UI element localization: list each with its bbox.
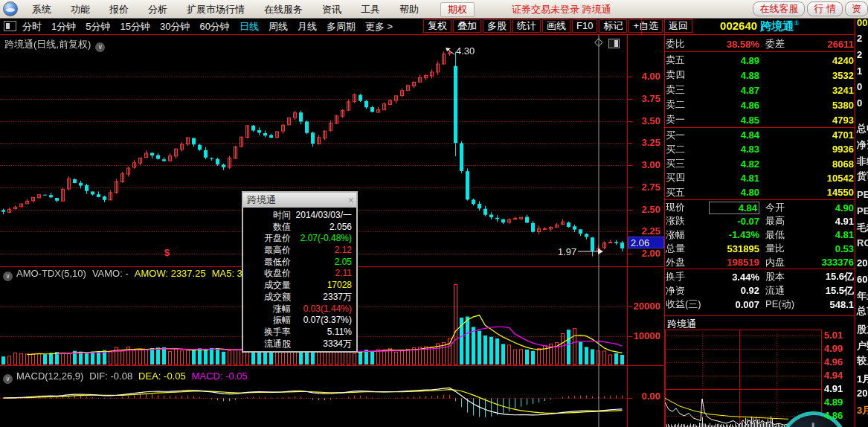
- ask-row-4[interactable]: 卖四4.883532: [666, 68, 854, 83]
- detail-row-总量[interactable]: 总量531895量比0.53: [666, 242, 854, 255]
- topbar-button-在线客服[interactable]: 在线客服: [753, 1, 805, 16]
- ask-row-2[interactable]: 卖二4.865380: [666, 97, 854, 112]
- strip-text: PE: [857, 205, 868, 216]
- quote-value: 333376: [797, 257, 854, 268]
- period-tab-多周期[interactable]: 多周期: [327, 19, 356, 34]
- action-button-复权[interactable]: 复权: [423, 19, 451, 33]
- amo-indicator-header[interactable]: ∨AMO-TDX(5,10)VAMO: -AMOW: 2337.25MA5: 3…: [3, 268, 272, 281]
- tooltip-body: 时间2014/03/03/一数值2.056开盘价2.07(-0.48%)最高价2…: [243, 208, 356, 351]
- quote-label: 股本: [765, 270, 797, 283]
- bid-volume: 4701: [759, 129, 854, 141]
- detail-row-净资[interactable]: 净资0.92流通15.5亿: [666, 284, 854, 298]
- menu-item-工具[interactable]: 工具: [351, 1, 390, 19]
- menu-item-系统[interactable]: 系统: [22, 1, 61, 19]
- close-icon[interactable]: ×: [348, 193, 354, 208]
- ask-row-5[interactable]: 卖五4.894240: [666, 53, 854, 68]
- action-button-标记[interactable]: 标记: [599, 19, 627, 33]
- mini-intraday-canvas[interactable]: [665, 330, 822, 427]
- period-tab-60分钟[interactable]: 60分钟: [199, 19, 229, 34]
- bid-row-4[interactable]: 买四4.8110542: [666, 171, 854, 185]
- bid-price: 4.82: [709, 158, 759, 170]
- period-tab-15分钟[interactable]: 15分钟: [120, 19, 150, 34]
- last-price-badge: 2.06: [628, 237, 664, 248]
- collapse-icon[interactable]: ∨: [3, 272, 13, 281]
- menu-bar: 系统功能报价分析扩展市场行情在线服务资讯工具帮助期权 证券交易未登录 跨境通 在…: [0, 0, 868, 19]
- tooltip-value: 2014/03/03/一: [291, 210, 356, 222]
- menu-item-报价[interactable]: 报价: [100, 1, 138, 19]
- action-button-多股[interactable]: 多股: [483, 19, 511, 33]
- quote-label: 外盘: [666, 256, 709, 269]
- quote-value: 4.84: [709, 202, 759, 214]
- detail-row-收益(三)[interactable]: 收益(三)0.007PE(动)548.1: [666, 298, 854, 311]
- quote-value: 0.53: [797, 243, 854, 254]
- period-tab-1分钟[interactable]: 1分钟: [51, 19, 76, 34]
- detail-row-现价[interactable]: 现价4.84今开4.90: [666, 201, 854, 214]
- ask-label: 卖一: [666, 113, 709, 126]
- tooltip-value: 17028: [291, 280, 356, 292]
- mini-axis-label: 4.94: [824, 370, 854, 381]
- bid-row-3[interactable]: 买三4.828068: [666, 157, 854, 171]
- menu-item-option[interactable]: 期权: [440, 2, 475, 17]
- mini-axis-label: 4.86: [824, 410, 854, 421]
- period-tab-分时[interactable]: 分时: [22, 19, 42, 34]
- action-button-画线[interactable]: 画线: [542, 19, 570, 33]
- detail-row-涨幅[interactable]: 涨幅-1.43%最低4.81: [666, 228, 854, 242]
- bid-row-5[interactable]: 买五4.8014550: [666, 185, 854, 199]
- menu-item-资讯[interactable]: 资讯: [312, 1, 351, 19]
- tooltip-row: 涨幅0.03(1.44%): [243, 304, 356, 315]
- period-tab-5分钟[interactable]: 5分钟: [86, 19, 110, 34]
- quote-label: 内盘: [765, 256, 797, 269]
- collapse-icon[interactable]: ∨: [95, 42, 105, 52]
- menu-item-帮助[interactable]: 帮助: [390, 1, 428, 19]
- app-logo-icon[interactable]: [3, 1, 18, 16]
- layout-icon[interactable]: [4, 21, 16, 31]
- action-button-统计[interactable]: 统计: [512, 19, 541, 33]
- quote-label: 委差: [765, 37, 797, 51]
- tooltip-value: 0.07(3.37%): [291, 315, 356, 327]
- action-button-F10[interactable]: F10: [572, 19, 597, 33]
- strip-text: 1: [857, 65, 862, 77]
- price-axis-label: 2.25: [629, 225, 660, 237]
- menu-item-扩展市场行情[interactable]: 扩展市场行情: [177, 1, 254, 19]
- menu-items: 系统功能报价分析扩展市场行情在线服务资讯工具帮助期权: [22, 0, 475, 19]
- bid-volume: 8068: [759, 158, 854, 170]
- weibi-row[interactable]: 委比38.58%委差26611: [666, 36, 854, 51]
- quote-value: 15.6亿: [797, 270, 854, 283]
- divider: [641, 19, 642, 34]
- tooltip-label: 换手率: [243, 327, 291, 338]
- quote-label: 今开: [765, 201, 797, 214]
- period-tab-日线[interactable]: 日线: [239, 19, 259, 34]
- action-button-+自选[interactable]: +自选: [629, 19, 663, 33]
- tooltip-title[interactable]: 跨境通 ×: [243, 193, 356, 208]
- quote-value: -1.43%: [709, 229, 759, 240]
- strip-text: 2: [857, 49, 862, 60]
- detail-row-涨跌[interactable]: 涨跌-0.07最高4.91: [666, 214, 854, 228]
- period-tab-周线[interactable]: 周线: [269, 19, 288, 34]
- period-tab-更多 >[interactable]: 更多 >: [365, 19, 393, 34]
- diamond-marker-icon[interactable]: ◇: [594, 35, 603, 48]
- detail-row-外盘[interactable]: 外盘198519内盘333376: [666, 256, 854, 269]
- tooltip-label: 收盘价: [243, 268, 291, 280]
- period-tab-30分钟[interactable]: 30分钟: [160, 19, 190, 34]
- menu-item-功能[interactable]: 功能: [61, 1, 100, 19]
- collapse-icon[interactable]: ∨: [3, 374, 13, 384]
- topbar-button-行 情[interactable]: 行 情: [807, 1, 843, 16]
- tooltip-label: 成交量: [243, 280, 291, 292]
- bid-row-2[interactable]: 买二4.839936: [666, 142, 854, 156]
- window-marker-icon[interactable]: [608, 39, 620, 48]
- macd-indicator-header[interactable]: ∨MACD(12,26,9)DIF: -0.08DEA: -0.05MACD: …: [3, 370, 248, 384]
- tooltip-value: 2.05: [291, 257, 356, 269]
- period-tab-月线[interactable]: 月线: [298, 19, 317, 34]
- ask-row-3[interactable]: 卖三4.873241: [666, 83, 854, 97]
- bid-row-1[interactable]: 买一4.844701: [666, 128, 854, 142]
- quote-label: 涨幅: [666, 228, 709, 242]
- menu-item-在线服务[interactable]: 在线服务: [254, 1, 312, 19]
- topbar-button-资[interactable]: 资: [845, 1, 868, 16]
- menu-item-分析[interactable]: 分析: [138, 1, 177, 19]
- bid-label: 买二: [666, 143, 709, 156]
- strip-text: 0: [857, 97, 862, 109]
- action-button-叠加[interactable]: 叠加: [453, 19, 481, 33]
- strip-text: 股东: [857, 323, 868, 336]
- ask-row-1[interactable]: 卖一4.854793: [666, 112, 854, 127]
- detail-row-换手[interactable]: 换手3.44%股本15.6亿: [666, 270, 854, 283]
